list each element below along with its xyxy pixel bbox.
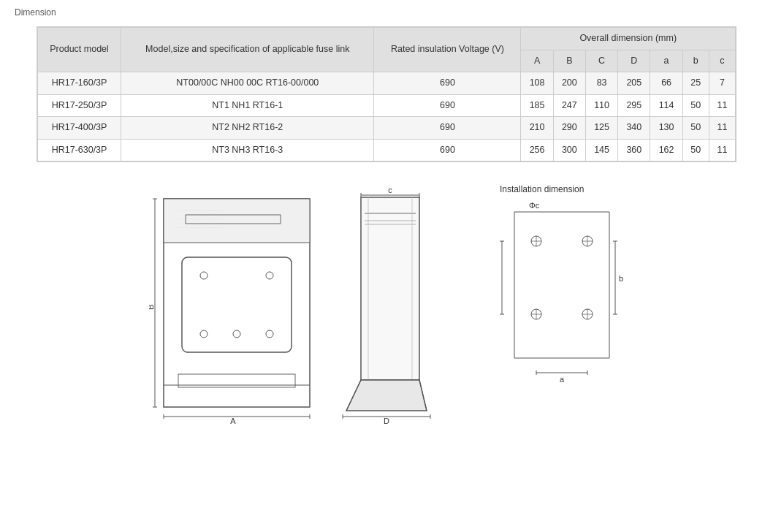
table-cell: 125 (585, 117, 617, 140)
table-cell: NT3 NH3 RT16-3 (121, 139, 374, 162)
svg-text:b: b (619, 274, 623, 283)
table-container: Product model Model,size and specificati… (37, 26, 736, 162)
col-C: C (585, 50, 617, 72)
table-cell: 690 (374, 72, 521, 95)
table-cell: 295 (618, 94, 650, 117)
col-voltage: Rated insulation Voltage (V) (374, 28, 521, 72)
svg-text:D: D (384, 417, 389, 425)
table-cell: 200 (553, 72, 585, 95)
table-cell: 50 (682, 94, 709, 117)
table-cell: 210 (521, 117, 553, 140)
table-cell: HR17-160/3P (38, 72, 121, 95)
col-B: B (553, 50, 585, 72)
svg-point-8 (266, 272, 273, 279)
table-cell: 256 (521, 139, 553, 162)
col-b: b (682, 50, 709, 72)
svg-point-7 (200, 272, 207, 279)
table-cell: 66 (650, 72, 682, 95)
table-cell: 300 (553, 139, 585, 162)
installation-label: Installation dimension (500, 184, 584, 194)
table-cell: 130 (650, 117, 682, 140)
table-cell: 247 (553, 94, 585, 117)
table-cell: 11 (709, 94, 735, 117)
svg-text:A: A (230, 417, 236, 425)
table-cell: NT1 NH1 RT16-1 (121, 94, 374, 117)
table-row: HR17-400/3PNT2 NH2 RT16-2690210290125340… (38, 117, 736, 140)
table-row: HR17-630/3PNT3 NH3 RT16-3690256300145360… (38, 139, 736, 162)
table-cell: 340 (618, 117, 650, 140)
svg-text:c: c (388, 186, 392, 194)
table-cell: 185 (521, 94, 553, 117)
table-cell: 11 (709, 117, 735, 140)
table-cell: 83 (585, 72, 617, 95)
table-cell: 290 (553, 117, 585, 140)
svg-point-10 (233, 330, 240, 338)
svg-text:· · · · · · · · · · · · · ·: · · · · · · · · · · · · · · (178, 224, 222, 231)
table-cell: 690 (374, 139, 521, 162)
svg-text:B: B (149, 305, 155, 310)
svg-text:· · · · · · · · · · · · · ·: · · · · · · · · · · · · · · (178, 216, 222, 222)
table-cell: 50 (682, 117, 709, 140)
table-cell: 690 (374, 94, 521, 117)
table-row: HR17-250/3PNT1 NH1 RT16-1690185247110295… (38, 94, 736, 117)
table-cell: 162 (650, 139, 682, 162)
table-cell: NT2 NH2 RT16-2 (121, 117, 374, 140)
svg-point-11 (266, 330, 273, 338)
svg-point-9 (200, 330, 207, 338)
svg-rect-26 (361, 197, 419, 380)
table-cell: HR17-630/3P (38, 139, 121, 162)
front-view-diagram: · · · · · · · · · · · · · · · · · · · · … (149, 184, 324, 425)
table-cell: HR17-400/3P (38, 117, 121, 140)
col-a: a (650, 50, 682, 72)
table-cell: 25 (682, 72, 709, 95)
table-cell: 360 (618, 139, 650, 162)
installation-diagram: Φc (500, 197, 624, 402)
side-view-diagram: c D (339, 184, 485, 425)
col-overall-dim: Overall dimension (mm) (521, 28, 736, 50)
svg-text:a: a (560, 375, 565, 384)
table-cell: HR17-250/3P (38, 94, 121, 117)
col-D: D (618, 50, 650, 72)
installation-diagram-container: Installation dimension Φc (500, 184, 624, 402)
col-c: c (709, 50, 735, 72)
col-A: A (521, 50, 553, 72)
page-title: Dimension (15, 7, 758, 18)
table-cell: 110 (585, 94, 617, 117)
table-cell: 114 (650, 94, 682, 117)
table-cell: 108 (521, 72, 553, 95)
table-cell: 7 (709, 72, 735, 95)
table-cell: NT00/00C NH00 00C RT16-00/000 (121, 72, 374, 95)
table-cell: 205 (618, 72, 650, 95)
table-cell: 145 (585, 139, 617, 162)
table-row: HR17-160/3PNT00/00C NH00 00C RT16-00/000… (38, 72, 736, 95)
table-cell: 11 (709, 139, 735, 162)
svg-text:· · · · · · · · · · · · · ·: · · · · · · · · · · · · · · (178, 207, 222, 213)
col-fuse-spec: Model,size and specification of applicab… (121, 28, 374, 72)
col-product-model: Product model (38, 28, 121, 72)
table-cell: 690 (374, 117, 521, 140)
table-cell: 50 (682, 139, 709, 162)
diagram-section: · · · · · · · · · · · · · · · · · · · · … (15, 184, 758, 425)
svg-text:Φc: Φc (529, 201, 540, 210)
dimension-table: Product model Model,size and specificati… (37, 27, 736, 162)
